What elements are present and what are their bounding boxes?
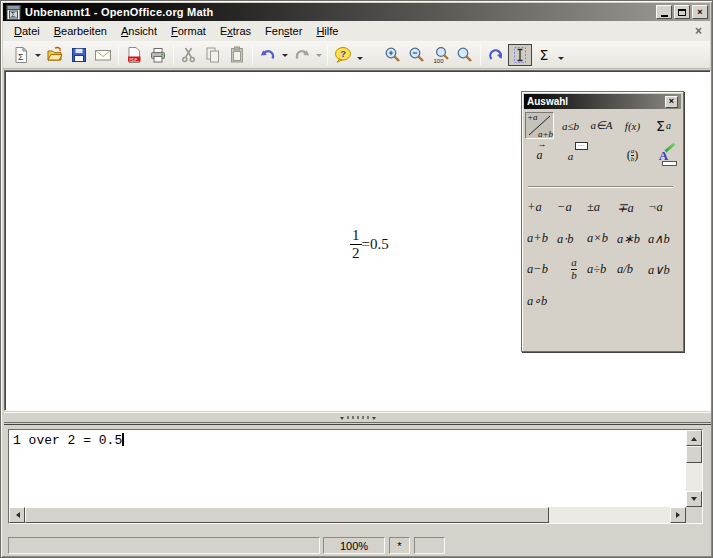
vertical-scroll-thumb[interactable] (686, 446, 702, 463)
symbol-minus-a[interactable]: −a (557, 200, 587, 215)
category-attributes[interactable]: →a (525, 142, 554, 169)
sigma-icon: Σ (540, 47, 549, 63)
undo-button[interactable] (256, 44, 280, 66)
scroll-left-button[interactable] (9, 507, 25, 523)
maximize-button[interactable] (674, 5, 690, 19)
category-operators[interactable]: Σa (649, 112, 678, 139)
close-icon: × (669, 97, 674, 106)
operators-icon: Σ (656, 118, 665, 134)
document-close-button[interactable]: × (695, 24, 702, 38)
symbol-catalog-button[interactable]: Σ (532, 44, 556, 66)
fraction: 1 2 (350, 227, 362, 263)
scrollbar-corner (686, 507, 702, 523)
arrow-up-icon (691, 434, 697, 441)
new-dropdown-button[interactable] (33, 44, 43, 66)
close-icon: × (697, 8, 702, 17)
command-frame: 1 over 2 = 0.5 (8, 429, 703, 524)
symbol-plus-a[interactable]: +a (527, 200, 557, 215)
vertical-scrollbar[interactable] (686, 430, 702, 507)
symbol-plusminus-a[interactable]: ±a (587, 200, 617, 215)
title-bar[interactable]: Σ Unbenannt1 - OpenOffice.org Math × (3, 3, 710, 21)
pdf-icon: PDF (125, 46, 143, 64)
minimize-button[interactable] (656, 5, 672, 19)
save-button[interactable] (67, 44, 91, 66)
refresh-icon (487, 46, 505, 64)
svg-text:100: 100 (433, 57, 444, 63)
palette-title: Auswahl (527, 96, 568, 107)
zoom-in-button[interactable] (381, 44, 405, 66)
pencil-icon (664, 142, 675, 152)
toolbar-separator (327, 45, 328, 65)
category-unary-binary-operators[interactable]: +a a+b (525, 112, 554, 139)
category-brackets[interactable]: (ab) (618, 142, 647, 169)
menu-hilfe[interactable]: Hilfe (309, 23, 345, 39)
symbol-a-mult-b[interactable]: a∗b (617, 231, 648, 247)
attributes-icon: →a (537, 148, 543, 163)
symbol-a-cdot-b[interactable]: a⋅b (557, 231, 587, 247)
print-button[interactable] (146, 44, 170, 66)
cut-button[interactable] (177, 44, 201, 66)
menu-ansicht[interactable]: Ansicht (114, 23, 164, 39)
new-button[interactable]: Σ (9, 44, 33, 66)
formula-cursor-button[interactable] (508, 44, 532, 66)
export-pdf-button[interactable]: PDF (122, 44, 146, 66)
symbol-a-plus-b[interactable]: a+b (527, 231, 557, 246)
paste-button[interactable] (225, 44, 249, 66)
send-email-button[interactable] (91, 44, 115, 66)
view-splitter[interactable] (4, 412, 711, 423)
toolbar-options-button-2[interactable] (556, 44, 566, 66)
copy-button[interactable] (201, 44, 225, 66)
fraction-denominator: 2 (350, 244, 362, 262)
symbol-a-and-b[interactable]: a∧b (648, 231, 680, 247)
palette-close-button[interactable]: × (665, 96, 678, 108)
symbol-a-or-b[interactable]: a∨b (648, 262, 680, 278)
status-bar: 100% * (4, 532, 711, 556)
minimize-icon (661, 15, 668, 17)
symbol-a-circ-b[interactable]: a∘b (527, 293, 557, 309)
help-button[interactable]: ? (331, 44, 355, 66)
symbol-a-div-b[interactable]: a÷b (587, 262, 617, 277)
arrow-down-icon (691, 497, 697, 504)
scroll-up-button[interactable] (686, 430, 702, 446)
category-set-operations[interactable]: a∈A (587, 112, 616, 139)
status-zoom-field[interactable]: 100% (323, 537, 385, 554)
command-editor[interactable]: 1 over 2 = 0.5 (9, 430, 686, 507)
palette-title-bar[interactable]: Auswahl × (524, 94, 681, 109)
zoom-out-button[interactable] (405, 44, 429, 66)
menu-format[interactable]: Format (164, 23, 213, 39)
category-formats[interactable]: A (649, 142, 678, 169)
ruler-icon (662, 161, 677, 166)
category-others[interactable]: a··· (556, 142, 585, 169)
splitter-arrow (340, 417, 344, 422)
menu-bearbeiten[interactable]: Bearbeiten (47, 23, 114, 39)
open-button[interactable] (43, 44, 67, 66)
symbol-a-minus-b[interactable]: a−b (527, 262, 557, 277)
toolbar-options-button[interactable] (355, 44, 365, 66)
scroll-right-button[interactable] (670, 507, 686, 523)
redo-dropdown-button[interactable] (314, 44, 324, 66)
symbol-a-times-b[interactable]: a×b (587, 231, 617, 246)
scroll-track[interactable] (686, 463, 702, 491)
symbol-neg-a[interactable]: ¬a (648, 200, 680, 215)
undo-dropdown-button[interactable] (280, 44, 290, 66)
menu-datei[interactable]: Datei (7, 23, 47, 39)
zoom-button[interactable] (453, 44, 477, 66)
relations-icon: a≤b (562, 120, 579, 132)
scroll-track[interactable] (549, 507, 670, 523)
category-relations[interactable]: a≤b (556, 112, 585, 139)
horizontal-scrollbar[interactable] (9, 507, 686, 523)
redo-button[interactable] (290, 44, 314, 66)
svg-text:?: ? (340, 48, 346, 59)
symbol-minusplus-a[interactable]: ∓a (617, 200, 648, 216)
zoom-100-button[interactable]: 100 (429, 44, 453, 66)
refresh-button[interactable] (484, 44, 508, 66)
close-button[interactable]: × (692, 5, 708, 19)
category-functions[interactable]: f(x) (618, 112, 647, 139)
scroll-down-button[interactable] (686, 491, 702, 507)
horizontal-scroll-thumb[interactable] (25, 507, 549, 523)
symbol-a-slash-b[interactable]: a/b (617, 262, 648, 277)
symbol-a-over-b[interactable]: ab (561, 257, 587, 281)
menu-fenster[interactable]: Fenster (258, 23, 309, 39)
menu-extras[interactable]: Extras (213, 23, 258, 39)
toolbar-separator (173, 45, 174, 65)
